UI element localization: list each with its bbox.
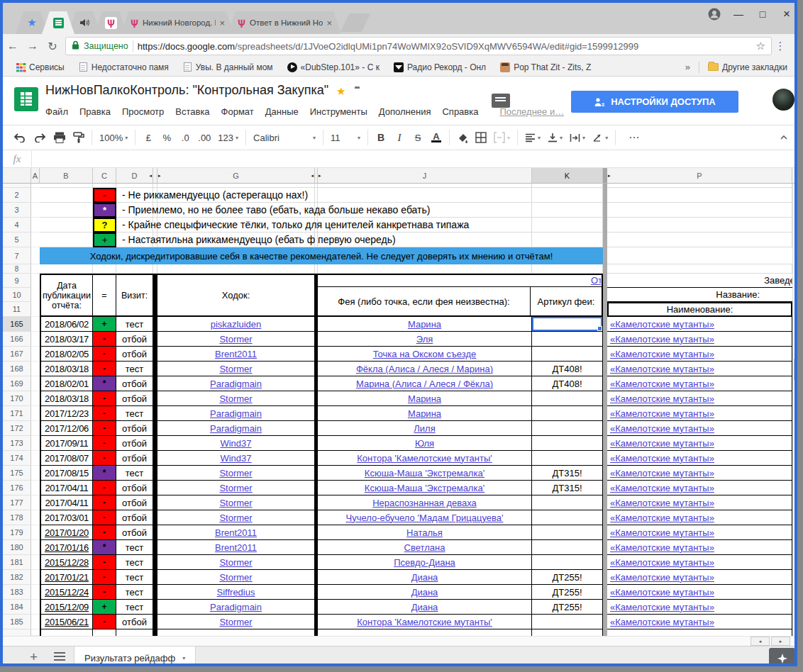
cell-rating[interactable]: - (93, 362, 116, 376)
cell-rating[interactable]: - (93, 555, 116, 570)
cell-a[interactable] (31, 615, 40, 629)
cell-a[interactable] (31, 406, 40, 421)
cell-hodok[interactable]: Siffredius (157, 585, 315, 600)
row-number[interactable]: 171 (3, 406, 31, 421)
row-number[interactable]: 175 (3, 466, 31, 481)
cell-visit[interactable]: отбой (116, 525, 153, 540)
cell-a[interactable] (31, 570, 40, 585)
legend-cell-yellow[interactable]: ? (93, 218, 116, 233)
cell-rating[interactable]: - (93, 510, 116, 525)
font-size-select[interactable]: 11 ▾ (327, 128, 364, 147)
hodok-link[interactable]: Stormer (219, 513, 252, 523)
cell-artikul[interactable] (532, 615, 603, 629)
other-bookmarks-button[interactable]: Другие закладки (702, 60, 793, 74)
cell-hodok[interactable]: Stormer (157, 570, 315, 585)
cell-hodok[interactable]: Stormer (157, 510, 315, 525)
cell-hodok[interactable]: Stormer (157, 481, 315, 495)
vertical-scrollbar[interactable] (792, 184, 797, 636)
cell-hodok[interactable]: Wind37 (157, 451, 315, 466)
print-icon[interactable] (50, 128, 70, 147)
scrollbar-thumb[interactable] (794, 359, 797, 380)
cell-zavedenie[interactable]: «Камелотские мутанты» (607, 376, 792, 391)
user-avatar[interactable] (772, 89, 794, 111)
feya-link[interactable]: Ксюша-Маша 'Экстремалка' (365, 483, 484, 493)
header-nazvanie[interactable]: Название: (607, 288, 792, 302)
feya-link[interactable]: Марина (408, 408, 441, 419)
cell-visit[interactable]: тест (116, 466, 153, 481)
zavedenie-link[interactable]: «Камелотские мутанты» (610, 423, 714, 434)
bookmark-item[interactable]: Увы. В данный мом (177, 60, 279, 74)
feya-link[interactable]: Наталья (406, 527, 443, 538)
feya-link[interactable]: Марина (408, 319, 441, 330)
cell-visit[interactable]: отбой (116, 332, 153, 347)
zavedenie-link[interactable]: «Камелотские мутанты» (610, 349, 714, 359)
cell-artikul[interactable] (532, 510, 603, 525)
feya-link[interactable]: Фёкла (Алиса / Алеся / Марина) (356, 364, 493, 374)
hodok-link[interactable]: Stormer (219, 483, 252, 493)
font-select[interactable]: Calibri ▾ (250, 128, 319, 147)
row-number[interactable]: 173 (3, 436, 31, 451)
cell-zavedenie[interactable]: «Камелотские мутанты» (607, 362, 792, 376)
row-number[interactable]: 5 (3, 233, 31, 247)
cell-a[interactable] (31, 421, 40, 436)
cell-report-date[interactable]: 2015/12/28 (40, 555, 93, 570)
cell-report-date[interactable]: 2018/03/17 (40, 332, 93, 347)
cell-visit[interactable]: отбой (116, 481, 153, 495)
feya-link[interactable]: Диана (411, 587, 438, 598)
zavedenie-link[interactable]: «Камелотские мутанты» (610, 468, 714, 478)
text-wrap-icon[interactable]: ▾ (566, 128, 589, 147)
row-number[interactable]: 3 (3, 203, 31, 218)
cell-hodok[interactable]: Stormer (157, 391, 315, 406)
cell-visit[interactable]: тест (116, 362, 153, 376)
row-number[interactable]: 183 (3, 585, 31, 600)
cell-artikul[interactable]: ДТ315! (532, 466, 603, 481)
row-number[interactable]: 180 (3, 540, 31, 555)
italic-button[interactable]: I (390, 128, 409, 147)
feya-link[interactable]: Эля (416, 334, 433, 345)
cell-hodok[interactable]: Wind37 (157, 436, 315, 451)
reload-icon[interactable]: ↻ (43, 40, 62, 53)
cell-rating[interactable]: - (93, 332, 116, 347)
row-number[interactable]: 169 (3, 376, 31, 391)
col-header-p[interactable]: ▸P (607, 168, 792, 184)
cell-zavedenie[interactable]: «Камелотские мутанты» (607, 421, 792, 436)
bookmark-star-icon[interactable]: ☆ (756, 40, 765, 52)
cell-hodok[interactable]: Brent2011 (157, 525, 315, 540)
cell-rating[interactable]: - (93, 391, 116, 406)
col-header-j[interactable]: ▸J (318, 168, 532, 184)
cell-zavedenie[interactable]: «Камелотские мутанты» (607, 451, 792, 466)
row-number[interactable]: 165 (3, 317, 31, 332)
last-edit-link[interactable]: Последнее и… (499, 106, 564, 117)
cell-rating[interactable]: * (93, 376, 116, 391)
zavedenie-link[interactable]: «Камелотские мутанты» (610, 542, 714, 553)
row-number[interactable]: 10 (3, 288, 31, 302)
cell-visit[interactable]: отбой (116, 510, 153, 525)
collapse-toolbar-icon[interactable] (775, 128, 793, 147)
minimize-button[interactable]: — (726, 4, 751, 24)
menu-item[interactable]: Инструменты (304, 103, 373, 120)
hodok-link[interactable]: Brent2011 (215, 542, 257, 553)
row-number[interactable]: 2 (3, 188, 31, 203)
hodok-link[interactable]: Stormer (219, 334, 252, 345)
cell-artikul[interactable] (532, 347, 603, 362)
hodok-link[interactable]: piskazluiden (211, 319, 262, 330)
sheet-tab-menu-icon[interactable]: ▾ (182, 655, 185, 661)
select-all-corner[interactable] (3, 168, 31, 184)
menu-item[interactable]: Данные (260, 103, 304, 120)
redo-icon[interactable] (30, 128, 50, 147)
hodok-link[interactable]: Stormer (219, 617, 252, 627)
comments-button[interactable] (492, 94, 510, 108)
hodok-link[interactable]: Paradigmain (210, 423, 262, 434)
cell-report-date[interactable]: 2017/12/06 (40, 421, 93, 436)
cell-feya[interactable]: Диана (318, 585, 532, 600)
cell-feya[interactable]: Наталья (318, 525, 532, 540)
cell-visit[interactable]: отбой (116, 347, 153, 362)
cell-feya[interactable]: Точка на Окском съезде (318, 347, 532, 362)
format-percent-button[interactable]: % (157, 128, 176, 147)
row-number[interactable]: 179 (3, 525, 31, 540)
cell-feya[interactable]: Чучело-ебучело 'Мадам Грицацуева' (318, 510, 532, 525)
cell-feya[interactable]: Лиля (318, 421, 532, 436)
legend-cell-green[interactable]: + (93, 233, 116, 247)
cell-rating[interactable]: - (93, 421, 116, 436)
feya-link[interactable]: Контора 'Камелотские мутанты' (357, 453, 492, 464)
